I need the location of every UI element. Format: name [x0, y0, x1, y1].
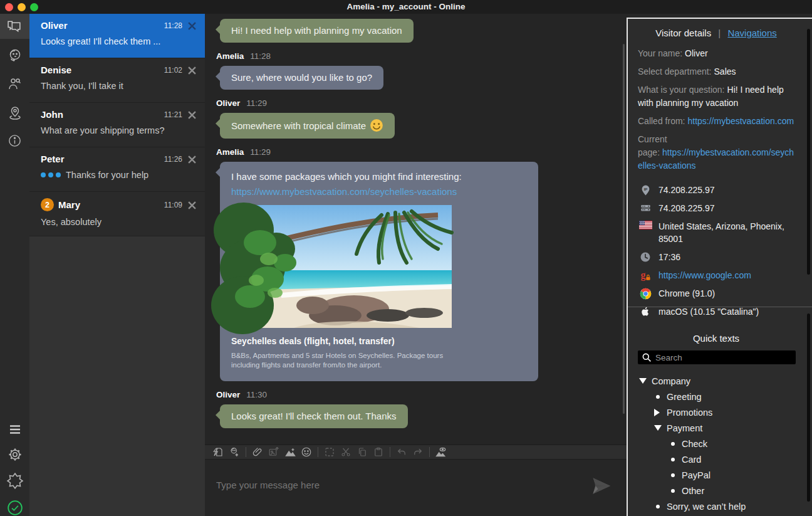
copy-icon[interactable]	[354, 445, 370, 459]
quick-texts-search	[638, 350, 796, 364]
send-plane-icon[interactable]	[590, 475, 613, 497]
screenshot-icon[interactable]	[282, 445, 298, 459]
called-from-link[interactable]: https://mybestvacation.com	[687, 116, 794, 126]
info-icon[interactable]	[0, 128, 29, 153]
menu-icon[interactable]	[0, 417, 29, 442]
tree-item-check[interactable]: Check	[638, 436, 794, 451]
tree-item-greeting[interactable]: Greeting	[638, 389, 794, 404]
tree-item-paypal[interactable]: PayPal	[638, 467, 794, 483]
composer	[205, 461, 627, 516]
chat-preview: Thank you, I'll take it	[41, 81, 123, 91]
agent-icon[interactable]	[0, 43, 29, 68]
canned-responses-icon[interactable]	[210, 445, 226, 459]
close-chat-icon[interactable]	[188, 21, 196, 29]
local-time-icon	[638, 251, 653, 263]
menu-icon-glyph	[8, 422, 23, 437]
collapsed-triangle-icon[interactable]	[654, 409, 667, 416]
chat-time: 11:21	[164, 110, 182, 119]
tab-divider: |	[718, 28, 721, 38]
chat-name: Denise	[41, 65, 71, 75]
unread-badge: 2	[41, 198, 54, 211]
image-preview-icon[interactable]	[433, 445, 449, 459]
message-input[interactable]	[216, 473, 580, 496]
close-chat-icon[interactable]	[188, 110, 196, 118]
paste-icon[interactable]	[370, 445, 387, 459]
chat-name: Oliver	[41, 20, 68, 31]
chats-icon[interactable]	[0, 14, 29, 39]
chat-list-item-john[interactable]: John 11:21 What are your shipping terms?	[29, 103, 205, 147]
quick-texts-scrollbar[interactable]	[807, 313, 810, 502]
conversation-scrollbar[interactable]	[623, 44, 625, 414]
online-status-icon-glyph	[7, 500, 23, 516]
theme-icon[interactable]	[0, 468, 29, 493]
quick-texts-title: Quick texts	[638, 333, 794, 344]
chat-preview: Thanks for your help	[66, 170, 148, 180]
info-row-os: macOS (10.15 "Catalina")	[638, 305, 794, 318]
tab-navigations[interactable]: Navigations	[727, 28, 776, 38]
svg-text:IP: IP	[643, 187, 647, 191]
select-area-icon[interactable]	[321, 445, 338, 459]
close-chat-icon[interactable]	[188, 155, 196, 163]
card-link[interactable]: https://www.mybestvacation.com/seychelle…	[231, 186, 527, 197]
expanded-triangle-icon[interactable]	[654, 425, 667, 431]
close-chat-icon[interactable]	[188, 66, 196, 74]
chat-list: Oliver 11:28 Looks great! I'll check the…	[29, 14, 205, 516]
tree-item-company[interactable]: Company	[638, 373, 794, 389]
emoji-icon[interactable]	[298, 445, 315, 459]
chat-list-item-mary[interactable]: 2 Mary 11:09 Yes, absolutely	[29, 192, 205, 236]
search-input[interactable]	[655, 350, 792, 364]
field-name: Your name:Oliver	[638, 47, 794, 60]
tree-item-other[interactable]: Other	[638, 483, 794, 498]
tree-item-payment[interactable]: Payment	[638, 420, 794, 436]
location-icon[interactable]	[0, 100, 29, 125]
cut-icon[interactable]	[338, 445, 354, 459]
close-chat-icon[interactable]	[188, 201, 196, 209]
message-meta: Amelia11:28	[216, 51, 620, 61]
field-called-from: Called from:https://mybestvacation.com	[638, 115, 794, 128]
info-row-referrer: g https://www.google.com	[638, 269, 794, 282]
attach-file-icon[interactable]	[249, 445, 266, 459]
chat-time: 11:02	[164, 66, 182, 75]
referrer-google-icon: g	[638, 269, 653, 282]
info-row-location: United States, Arizona, Phoenix, 85001	[638, 220, 794, 245]
send-image-icon[interactable]	[266, 445, 282, 459]
svg-text:g: g	[640, 270, 645, 281]
chat-list-item-denise[interactable]: Denise 11:02 Thank you, I'll take it	[29, 58, 205, 103]
tree-item-sorry[interactable]: Sorry, we can’t help	[638, 498, 794, 514]
theme-icon-glyph	[7, 473, 23, 489]
chat-list-item-peter[interactable]: Peter 11:26 Thanks for your help	[29, 147, 205, 192]
chat-preview: Yes, absolutely	[41, 217, 102, 227]
info-row-local-time: 17:36	[638, 251, 794, 263]
bullet-icon	[654, 395, 667, 399]
message-meta: Oliver11:30	[216, 390, 620, 399]
referrer-link[interactable]: https://www.google.com	[658, 269, 751, 282]
invite-agent-icon[interactable]	[226, 445, 242, 459]
chat-list-item-oliver[interactable]: Oliver 11:28 Looks great! I'll check the…	[29, 14, 205, 58]
expanded-triangle-icon[interactable]	[639, 378, 652, 384]
seychelles-beach-photo	[231, 205, 452, 328]
message-meta: Amelia11:29	[216, 147, 620, 157]
nav-rail	[0, 14, 29, 516]
smiling-face-emoji	[370, 118, 383, 132]
settings-icon[interactable]	[0, 442, 29, 467]
visitors-icon[interactable]	[0, 71, 29, 97]
chat-preview: What are your shipping terms?	[41, 125, 164, 135]
current-page-link[interactable]: https://mybestvacation.com/seychelles-va…	[638, 147, 794, 171]
tree-item-card[interactable]: Card	[638, 451, 794, 467]
chat-time: 11:28	[164, 21, 182, 30]
bullet-icon	[669, 458, 682, 461]
bullet-icon	[654, 505, 667, 508]
chat-name: Mary	[58, 199, 80, 210]
message-meta: Oliver11:29	[216, 98, 620, 108]
visitor-panel-scrollbar[interactable]	[807, 29, 810, 275]
ip-address-icon: IP	[638, 184, 653, 196]
field-question: What is your question:Hi! I need help wi…	[638, 83, 794, 110]
redo-icon[interactable]	[410, 445, 426, 459]
bullet-icon	[669, 442, 682, 446]
visitor-message: Hi! I need help with planning my vacatio…	[220, 19, 414, 43]
tab-visitor-details[interactable]: Visitor details	[655, 28, 711, 38]
undo-icon[interactable]	[393, 445, 410, 459]
tree-item-promotions[interactable]: Promotions	[638, 404, 794, 420]
chat-name: John	[41, 109, 63, 120]
online-status-icon[interactable]	[0, 495, 29, 516]
